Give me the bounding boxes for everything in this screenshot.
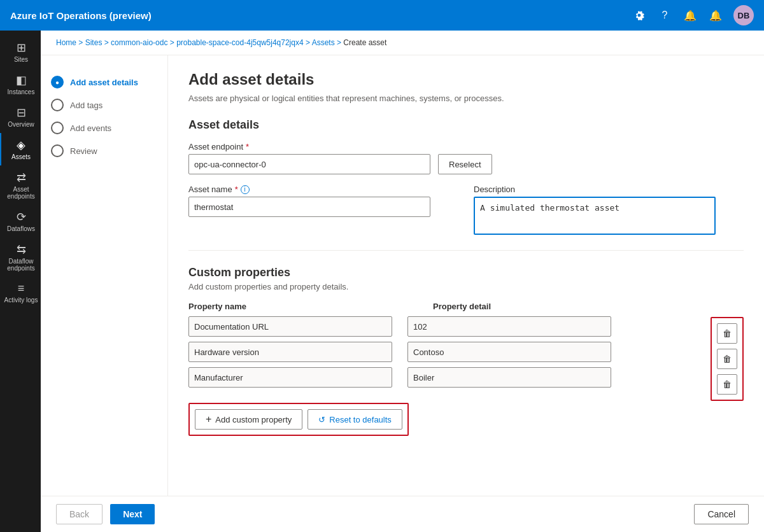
cancel-button[interactable]: Cancel bbox=[694, 504, 749, 524]
description-label: Description bbox=[474, 185, 744, 194]
breadcrumb-odc[interactable]: common-aio-odc bbox=[111, 38, 167, 47]
help-icon[interactable]: ? bbox=[657, 8, 672, 23]
sidebar-item-label: Asset endpoints bbox=[4, 186, 38, 200]
sidebar-item-label: Assets bbox=[11, 153, 31, 160]
endpoint-group: Asset endpoint * Reselect bbox=[188, 142, 492, 174]
step-label-4: Review bbox=[70, 146, 97, 156]
prop-name-0[interactable] bbox=[188, 316, 392, 337]
footer: Back Next Cancel bbox=[41, 496, 764, 532]
description-textarea[interactable]: A simulated thermostat asset bbox=[474, 197, 716, 235]
sidebar-item-label: Sites bbox=[14, 56, 28, 63]
step-label-2: Add tags bbox=[70, 101, 103, 110]
action-row: + Add custom property ↺ Reset to default… bbox=[188, 403, 409, 436]
steps-panel: ● Add asset details Add tags Add events … bbox=[41, 55, 168, 496]
header-property-detail: Property detail bbox=[433, 302, 662, 311]
prop-row-1 bbox=[188, 342, 700, 362]
name-description-row: Asset name * i Description A simulated t… bbox=[188, 185, 744, 235]
page-title: Add asset details bbox=[188, 71, 744, 88]
breadcrumb-sites[interactable]: Sites bbox=[85, 38, 103, 47]
step-add-tags[interactable]: Add tags bbox=[51, 94, 157, 116]
props-header: Property name Property detail bbox=[188, 302, 700, 311]
prop-detail-2[interactable] bbox=[407, 367, 611, 388]
notifications-icon[interactable]: 🔔 bbox=[683, 8, 698, 23]
alerts-icon[interactable]: 🔔 bbox=[708, 8, 723, 23]
sidebar-item-activity-logs[interactable]: ≡ Activity logs bbox=[0, 277, 41, 309]
dataflows-icon: ⟳ bbox=[17, 210, 26, 224]
back-button[interactable]: Back bbox=[56, 504, 103, 524]
reset-icon: ↺ bbox=[318, 415, 325, 424]
topbar: Azure IoT Operations (preview) ? 🔔 🔔 DB bbox=[0, 0, 764, 31]
settings-icon[interactable] bbox=[632, 8, 647, 23]
activity-logs-icon: ≡ bbox=[18, 282, 25, 295]
endpoint-input[interactable] bbox=[188, 154, 430, 174]
breadcrumb: Home > Sites > common-aio-odc > probable… bbox=[41, 31, 764, 55]
name-info-icon[interactable]: i bbox=[241, 185, 250, 194]
app-title: Azure IoT Operations (preview) bbox=[10, 10, 632, 21]
topbar-actions: ? 🔔 🔔 DB bbox=[632, 5, 754, 25]
sidebar-item-label: Dataflow endpoints bbox=[4, 258, 38, 272]
name-required: * bbox=[235, 185, 238, 194]
asset-details-section-title: Asset details bbox=[188, 118, 744, 132]
sidebar-item-asset-endpoints[interactable]: ⇄ Asset endpoints bbox=[0, 165, 41, 205]
prop-name-1[interactable] bbox=[188, 342, 392, 362]
page-subtitle: Assets are physical or logical entities … bbox=[188, 94, 744, 103]
prop-row-0 bbox=[188, 316, 700, 337]
custom-properties-section: Custom properties Add custom properties … bbox=[188, 266, 744, 436]
delete-button-1[interactable]: 🗑 bbox=[717, 349, 737, 369]
name-group: Asset name * i bbox=[188, 185, 458, 217]
sidebar-item-label: Overview bbox=[8, 121, 34, 128]
breadcrumb-home[interactable]: Home bbox=[56, 38, 76, 47]
description-group: Description A simulated thermostat asset bbox=[474, 185, 744, 235]
breadcrumb-space[interactable]: probable-space-cod-4j5qw5j4q72jqx4 bbox=[176, 38, 303, 47]
body-split: ● Add asset details Add tags Add events … bbox=[41, 55, 764, 496]
step-circle-4 bbox=[51, 144, 64, 157]
instances-icon: ◧ bbox=[16, 73, 27, 87]
next-button[interactable]: Next bbox=[110, 504, 155, 524]
avatar[interactable]: DB bbox=[733, 5, 754, 25]
asset-endpoints-icon: ⇄ bbox=[17, 171, 26, 185]
sites-icon: ⊞ bbox=[17, 41, 26, 55]
delete-button-0[interactable]: 🗑 bbox=[717, 323, 737, 344]
sidebar-item-overview[interactable]: ⊟ Overview bbox=[0, 101, 41, 133]
prop-row-2 bbox=[188, 367, 700, 388]
endpoint-label: Asset endpoint * bbox=[188, 142, 492, 151]
custom-props-title: Custom properties bbox=[188, 266, 744, 279]
assets-icon: ◈ bbox=[17, 138, 25, 152]
endpoint-required: * bbox=[246, 142, 249, 151]
step-add-events[interactable]: Add events bbox=[51, 116, 157, 139]
sidebar-item-assets[interactable]: ◈ Assets bbox=[0, 133, 41, 165]
prop-detail-1[interactable] bbox=[407, 342, 611, 362]
reset-to-defaults-button[interactable]: ↺ Reset to defaults bbox=[308, 409, 402, 430]
prop-detail-0[interactable] bbox=[407, 316, 611, 337]
name-label: Asset name * i bbox=[188, 185, 458, 194]
sidebar-item-instances[interactable]: ◧ Instances bbox=[0, 68, 41, 101]
dataflow-endpoints-icon: ⇆ bbox=[17, 242, 26, 256]
step-circle-2 bbox=[51, 99, 64, 111]
delete-button-2[interactable]: 🗑 bbox=[717, 374, 737, 395]
sidebar: ⊞ Sites ◧ Instances ⊟ Overview ◈ Assets … bbox=[0, 31, 41, 532]
step-circle-3 bbox=[51, 122, 64, 134]
asset-name-input[interactable] bbox=[188, 197, 430, 217]
step-add-asset-details[interactable]: ● Add asset details bbox=[51, 71, 157, 94]
sidebar-item-label: Instances bbox=[8, 88, 35, 95]
breadcrumb-current: Create asset bbox=[343, 38, 386, 47]
main-layout: ⊞ Sites ◧ Instances ⊟ Overview ◈ Assets … bbox=[0, 31, 764, 532]
prop-name-2[interactable] bbox=[188, 367, 392, 388]
step-label-1: Add asset details bbox=[70, 78, 138, 87]
add-custom-property-button[interactable]: + Add custom property bbox=[195, 409, 302, 430]
reselect-button[interactable]: Reselect bbox=[438, 154, 492, 174]
sidebar-item-label: Dataflows bbox=[7, 225, 35, 232]
sidebar-item-dataflow-endpoints[interactable]: ⇆ Dataflow endpoints bbox=[0, 237, 41, 277]
footer-right: Cancel bbox=[694, 504, 749, 524]
breadcrumb-assets[interactable]: Assets bbox=[312, 38, 335, 47]
add-icon: + bbox=[206, 414, 211, 425]
form-area: Add asset details Assets are physical or… bbox=[168, 55, 764, 496]
divider bbox=[188, 250, 744, 251]
step-circle-1: ● bbox=[51, 76, 64, 88]
sidebar-item-sites[interactable]: ⊞ Sites bbox=[0, 36, 41, 68]
step-review[interactable]: Review bbox=[51, 139, 157, 162]
sidebar-item-label: Activity logs bbox=[4, 297, 38, 304]
sidebar-item-dataflows[interactable]: ⟳ Dataflows bbox=[0, 205, 41, 237]
content-area: Home > Sites > common-aio-odc > probable… bbox=[41, 31, 764, 532]
header-property-name: Property name bbox=[188, 302, 418, 311]
